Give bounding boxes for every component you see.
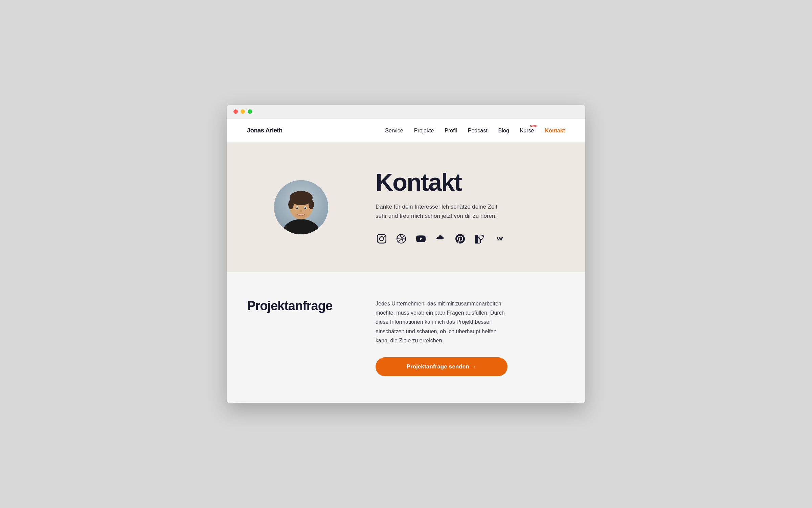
nav-link-profil[interactable]: Profil bbox=[445, 128, 457, 133]
neu-badge: Neu! bbox=[530, 124, 537, 128]
nav-link-blog[interactable]: Blog bbox=[498, 128, 509, 133]
svg-point-13 bbox=[300, 210, 302, 212]
hero-title: Kontakt bbox=[376, 170, 565, 195]
project-right: Jedes Unternehmen, das mit mir zusammena… bbox=[355, 299, 565, 376]
nav-item-kurse[interactable]: Kurse Neu! bbox=[520, 128, 534, 134]
svg-point-6 bbox=[291, 194, 311, 205]
nav-item-profil[interactable]: Profil bbox=[445, 128, 457, 134]
nav-item-podcast[interactable]: Podcast bbox=[468, 128, 488, 134]
nav-item-service[interactable]: Service bbox=[385, 128, 403, 134]
minimize-button[interactable] bbox=[241, 109, 245, 114]
instagram-icon[interactable] bbox=[376, 233, 388, 245]
svg-point-14 bbox=[295, 213, 307, 218]
project-section: Projektanfrage Jedes Unternehmen, das mi… bbox=[227, 272, 585, 403]
close-button[interactable] bbox=[233, 109, 238, 114]
svg-point-11 bbox=[296, 207, 298, 209]
projektanfrage-button[interactable]: Projektanfrage senden → bbox=[376, 357, 508, 376]
nav-item-blog[interactable]: Blog bbox=[498, 128, 509, 134]
webflow-icon[interactable] bbox=[493, 233, 505, 245]
project-title: Projektanfrage bbox=[247, 299, 355, 313]
avatar bbox=[274, 180, 328, 234]
dribbble-icon[interactable] bbox=[395, 233, 407, 245]
svg-point-12 bbox=[304, 207, 306, 209]
nav-link-projekte[interactable]: Projekte bbox=[414, 128, 434, 133]
pinterest-icon[interactable] bbox=[454, 233, 466, 245]
nav-item-projekte[interactable]: Projekte bbox=[414, 128, 434, 134]
nav-link-kontakt[interactable]: Kontakt bbox=[545, 128, 565, 133]
hero-section: Kontakt Danke für dein Interesse! Ich sc… bbox=[227, 143, 585, 272]
project-left: Projektanfrage bbox=[247, 299, 355, 313]
hero-right: Kontakt Danke für dein Interesse! Ich sc… bbox=[355, 170, 565, 245]
nav-links: Service Projekte Profil Podcast Blog Kur… bbox=[385, 128, 565, 134]
youtube-icon[interactable] bbox=[415, 233, 427, 245]
patreon-icon[interactable] bbox=[474, 233, 486, 245]
navigation: Jonas Arleth Service Projekte Profil Pod… bbox=[227, 119, 585, 143]
project-description: Jedes Unternehmen, das mit mir zusammena… bbox=[376, 299, 511, 345]
soundcloud-icon[interactable] bbox=[434, 233, 447, 245]
maximize-button[interactable] bbox=[248, 109, 252, 114]
hero-subtitle: Danke für dein Interesse! Ich schätze de… bbox=[376, 202, 508, 220]
browser-chrome bbox=[227, 105, 585, 119]
nav-link-podcast[interactable]: Podcast bbox=[468, 128, 488, 133]
nav-link-kurse[interactable]: Kurse bbox=[520, 128, 534, 133]
nav-link-service[interactable]: Service bbox=[385, 128, 403, 133]
social-icons bbox=[376, 233, 565, 245]
browser-window: Jonas Arleth Service Projekte Profil Pod… bbox=[227, 105, 585, 403]
svg-point-7 bbox=[288, 200, 294, 209]
hero-left bbox=[247, 180, 355, 234]
nav-logo[interactable]: Jonas Arleth bbox=[247, 127, 283, 134]
nav-item-kontakt[interactable]: Kontakt bbox=[545, 128, 565, 134]
svg-point-8 bbox=[309, 200, 314, 209]
